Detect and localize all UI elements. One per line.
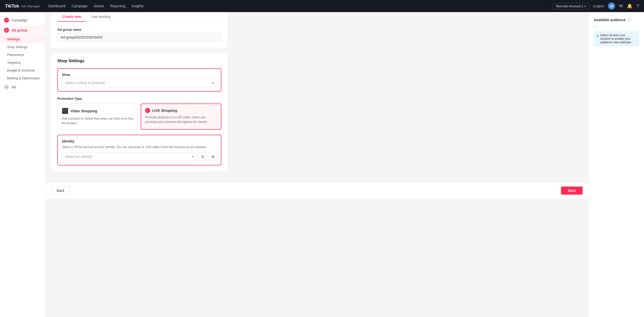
sidebar-adgroup-label: Ad group xyxy=(12,28,27,32)
sidebar-sub-targeting[interactable]: Targeting xyxy=(0,59,45,66)
sidebar-sub-shop-settings[interactable]: Shop Settings xyxy=(0,43,45,51)
shop-select[interactable]: Select a Shop to promote xyxy=(62,79,217,87)
ad-group-name-input[interactable] xyxy=(57,33,221,42)
identity-select[interactable]: Select an identity xyxy=(62,152,197,161)
audience-help-icon[interactable]: ⓘ xyxy=(627,17,631,22)
nav-insights[interactable]: Insights xyxy=(132,4,144,8)
audience-title-text: Available audience xyxy=(594,18,626,22)
video-shopping-desc: Add a product to videos that users can c… xyxy=(62,116,133,125)
inbox-icon[interactable]: ✉ xyxy=(619,3,623,9)
video-shopping-icon: ⬛ xyxy=(62,108,68,114)
promo-live-header: ✓ LIVE Shopping xyxy=(145,108,217,113)
tab-use-existing[interactable]: Use existing xyxy=(86,12,115,22)
nav-reporting[interactable]: Reporting xyxy=(110,4,126,8)
language-button[interactable]: English xyxy=(593,4,604,8)
add-identity-icon[interactable]: ⊕ xyxy=(209,153,217,161)
help-icon[interactable]: ? xyxy=(636,4,639,9)
nav-right: Test Ads Account 1 ▾ English M ✉ 🔔 ? xyxy=(552,3,639,10)
sidebar-sub-settings[interactable]: Settings xyxy=(0,35,45,43)
promo-cards: ⬛ Video Shopping Add a product to videos… xyxy=(57,103,221,130)
tab-create-new[interactable]: Create new xyxy=(57,12,86,22)
nav-left: TikTok Ads Manager Dashboard Campaign As… xyxy=(5,4,144,9)
shop-settings-card: Shop Settings Shop Select a Shop to prom… xyxy=(51,53,227,171)
audience-dash: -- xyxy=(594,24,639,28)
sidebar-sub-budget-schedule[interactable]: Budget & Schedule xyxy=(0,66,45,74)
tab-bar: Create new Use existing xyxy=(57,12,221,22)
info-icon: ℹ xyxy=(597,34,598,38)
video-shopping-title: Video Shopping xyxy=(70,109,97,113)
nav-dashboard[interactable]: Dashboard xyxy=(48,4,66,8)
account-selector[interactable]: Test Ads Account 1 ▾ xyxy=(552,3,589,9)
sidebar-item-campaign[interactable]: ✓ Campaign xyxy=(0,15,45,25)
account-name: Test Ads Account 1 xyxy=(555,4,583,8)
sidebar-item-ad-group[interactable]: 2 Ad group xyxy=(0,25,45,35)
live-shopping-title: LIVE Shopping xyxy=(152,109,177,113)
next-button[interactable]: Next xyxy=(561,187,583,195)
identity-desc: Select a TikTok account as your identity… xyxy=(62,145,217,149)
shop-settings-title: Shop Settings xyxy=(57,59,221,63)
identity-row: Select an identity ↻ ⊕ xyxy=(62,152,217,161)
promo-video-header: ⬛ Video Shopping xyxy=(62,108,133,114)
sidebar: ✓ Campaign 2 Ad group Settings Shop Sett… xyxy=(0,12,45,198)
back-button[interactable]: Back xyxy=(51,186,70,195)
audience-info-text: Select at least one location to enable y… xyxy=(600,33,636,44)
sidebar-sub-bidding-optimization[interactable]: Bidding & Optimization xyxy=(0,74,45,82)
live-check-icon: ✓ xyxy=(145,108,150,113)
logo: TikTok Ads Manager xyxy=(5,4,40,9)
promotion-type-section: Promotion Type ⬛ Video Shopping Add a pr… xyxy=(57,97,221,130)
nav-assets[interactable]: Assets xyxy=(94,4,104,8)
tabs-card: Create new Use existing Ad group name xyxy=(51,6,227,48)
shop-label: Shop xyxy=(62,73,217,77)
sidebar-ad-label: Ad xyxy=(12,85,16,89)
chevron-down-icon: ▾ xyxy=(585,5,586,8)
nav-links: Dashboard Campaign Assets Reporting Insi… xyxy=(48,4,144,8)
adgroup-step-circle: 2 xyxy=(4,28,9,33)
audience-title: Available audience ⓘ xyxy=(594,17,639,22)
logo-tiktok-text: TikTok xyxy=(5,4,19,9)
sidebar-campaign-label: Campaign xyxy=(12,18,28,22)
shop-select-wrapper: Select a Shop to promote xyxy=(62,79,217,87)
refresh-icon[interactable]: ↻ xyxy=(199,153,207,161)
live-shopping-desc: Promote products in a LIVE video. Users … xyxy=(145,115,217,124)
main-content: Create new Use existing Ad group name Sh… xyxy=(45,0,589,183)
nav-campaign[interactable]: Campaign xyxy=(71,4,88,8)
right-panel: Available audience ⓘ -- ℹ Select at leas… xyxy=(589,12,644,198)
ad-group-name-label: Ad group name xyxy=(57,28,221,31)
ad-step-circle: 3 xyxy=(4,85,9,90)
logo-subtitle: Ads Manager xyxy=(21,4,40,8)
promotion-type-label: Promotion Type xyxy=(57,97,221,100)
identity-section: Identity Select a TikTok account as your… xyxy=(57,135,221,165)
notifications-icon[interactable]: 🔔 xyxy=(627,3,632,9)
campaign-step-circle: ✓ xyxy=(4,18,9,23)
sidebar-sub-placements[interactable]: Placements xyxy=(0,51,45,59)
promo-card-video-shopping[interactable]: ⬛ Video Shopping Add a product to videos… xyxy=(57,103,138,130)
audience-info-box: ℹ Select at least one location to enable… xyxy=(594,31,639,47)
identity-title: Identity xyxy=(62,139,217,143)
avatar[interactable]: M xyxy=(608,3,615,10)
top-navigation: TikTok Ads Manager Dashboard Campaign As… xyxy=(0,0,644,12)
promo-card-live-shopping[interactable]: ✓ LIVE Shopping Promote products in a LI… xyxy=(141,103,221,130)
sidebar-item-ad[interactable]: 3 Ad xyxy=(0,82,45,92)
bottom-bar: Back Next xyxy=(45,183,589,198)
shop-selector-box: Shop Select a Shop to promote xyxy=(57,68,221,92)
identity-select-wrapper: Select an identity xyxy=(62,152,197,161)
